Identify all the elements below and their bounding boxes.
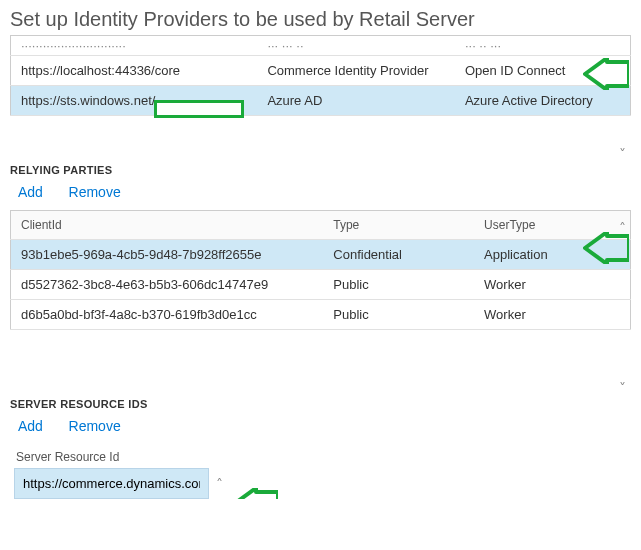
table-row[interactable]: https://sts.windows.net/ Azure AD Azure …	[11, 86, 631, 116]
scroll-down-icon[interactable]: ˅	[613, 380, 631, 398]
identity-providers-table: ····························· ··· ··· ··…	[10, 35, 631, 116]
scroll-down-icon[interactable]: ˅	[613, 146, 631, 164]
server-resource-id-label: Server Resource Id	[10, 444, 631, 468]
type-cell: Confidential	[323, 240, 474, 270]
type-column-header[interactable]: Type	[323, 211, 474, 240]
table-header-row: ClientId Type UserType	[11, 211, 631, 240]
idp-issuer-cell: https://localhost:44336/core	[11, 56, 258, 86]
table-row[interactable]: https://localhost:44336/core Commerce Id…	[11, 56, 631, 86]
clientid-cell: 93b1ebe5-969a-4cb5-9d48-7b928ff2655e	[11, 240, 324, 270]
clientid-cell: d5527362-3bc8-4e63-b5b3-606dc14747e9	[11, 270, 324, 300]
annotation-arrow-icon	[583, 232, 629, 264]
idp-name-cell: ··· ··· ··	[257, 36, 455, 56]
relying-parties-actions: Add Remove	[18, 184, 631, 200]
table-row[interactable]: ····························· ··· ··· ··…	[11, 36, 631, 56]
relying-parties-header: RELYING PARTIES	[10, 164, 631, 176]
add-button[interactable]: Add	[18, 418, 43, 434]
clientid-cell: d6b5a0bd-bf3f-4a8c-b370-619fb3d0e1cc	[11, 300, 324, 330]
remove-button[interactable]: Remove	[69, 418, 121, 434]
table-row[interactable]: 93b1ebe5-969a-4cb5-9d48-7b928ff2655e Con…	[11, 240, 631, 270]
server-resource-ids-header: SERVER RESOURCE IDS	[10, 398, 631, 410]
server-resource-id-input[interactable]	[14, 468, 209, 499]
relying-parties-table: ClientId Type UserType 93b1ebe5-969a-4cb…	[10, 210, 631, 330]
table-row[interactable]: d5527362-3bc8-4e63-b5b3-606dc14747e9 Pub…	[11, 270, 631, 300]
usertype-cell: Worker	[474, 300, 630, 330]
identity-providers-section: ····························· ··· ··· ··…	[0, 35, 641, 134]
annotation-arrow-icon	[583, 58, 629, 90]
page-title: Set up Identity Providers to be used by …	[0, 0, 641, 35]
scroll-up-icon[interactable]: ˄	[210, 476, 228, 494]
type-cell: Public	[323, 300, 474, 330]
relying-parties-section: RELYING PARTIES Add Remove ClientId Type…	[0, 164, 641, 348]
idp-name-cell: Azure AD	[257, 86, 455, 116]
idp-type-cell: ··· ·· ···	[455, 36, 631, 56]
table-row[interactable]: d6b5a0bd-bf3f-4a8c-b370-619fb3d0e1cc Pub…	[11, 300, 631, 330]
server-resource-ids-section: SERVER RESOURCE IDS Add Remove Server Re…	[0, 398, 641, 499]
usertype-cell: Worker	[474, 270, 630, 300]
clientid-column-header[interactable]: ClientId	[11, 211, 324, 240]
server-resource-ids-actions: Add Remove	[18, 418, 631, 434]
add-button[interactable]: Add	[18, 184, 43, 200]
idp-name-cell: Commerce Identity Provider	[257, 56, 455, 86]
idp-issuer-cell: ·····························	[11, 36, 258, 56]
remove-button[interactable]: Remove	[69, 184, 121, 200]
idp-type-cell: Azure Active Directory	[455, 86, 631, 116]
type-cell: Public	[323, 270, 474, 300]
annotation-arrow-icon	[232, 488, 278, 499]
